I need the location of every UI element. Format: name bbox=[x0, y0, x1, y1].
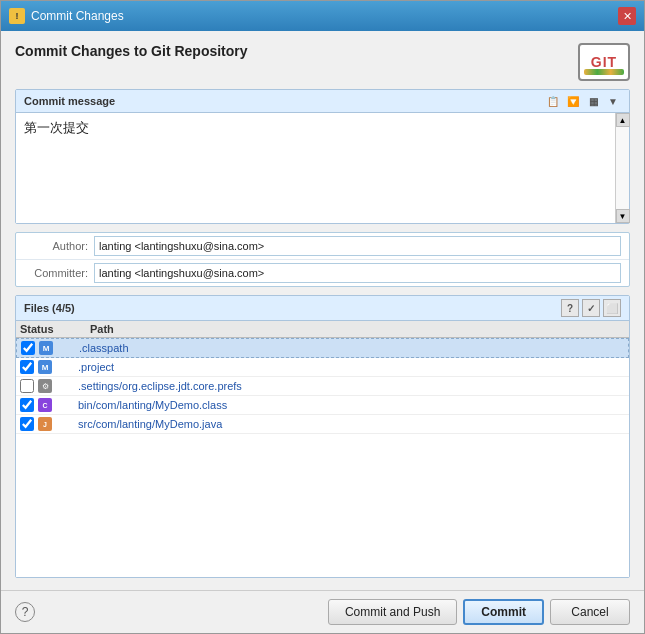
file-checkbox[interactable] bbox=[20, 417, 34, 431]
help-button[interactable]: ? bbox=[15, 602, 35, 622]
author-value: lanting <lantingshuxu@sina.com> bbox=[94, 236, 621, 256]
commit-button[interactable]: Commit bbox=[463, 599, 544, 625]
file-checkbox[interactable] bbox=[20, 379, 34, 393]
scrollbar-track bbox=[616, 127, 629, 209]
scrollbar-down-button[interactable]: ▼ bbox=[616, 209, 630, 223]
commit-message-scrollbar[interactable]: ▲ ▼ bbox=[615, 113, 629, 223]
title-bar-text: Commit Changes bbox=[31, 9, 618, 23]
committer-value: lanting <lantingshuxu@sina.com> bbox=[94, 263, 621, 283]
file-type-icon: C bbox=[38, 398, 52, 412]
files-label: Files (4/5) bbox=[24, 302, 75, 314]
author-label: Author: bbox=[24, 240, 88, 252]
file-status-icon: M bbox=[38, 360, 78, 374]
file-path: .project bbox=[78, 361, 114, 373]
layout-icon[interactable]: ▦ bbox=[585, 93, 601, 109]
table-row[interactable]: Cbin/com/lanting/MyDemo.class bbox=[16, 396, 629, 415]
file-path: .classpath bbox=[79, 342, 129, 354]
git-logo: GIT bbox=[578, 43, 630, 81]
cancel-button[interactable]: Cancel bbox=[550, 599, 630, 625]
button-group: Commit and Push Commit Cancel bbox=[328, 599, 630, 625]
dialog-title: Commit Changes to Git Repository bbox=[15, 43, 248, 59]
header-row: Commit Changes to Git Repository GIT bbox=[15, 43, 630, 81]
files-col-header: Status Path bbox=[16, 321, 629, 338]
bottom-bar: ? Commit and Push Commit Cancel bbox=[1, 590, 644, 633]
files-help-icon[interactable]: ? bbox=[561, 299, 579, 317]
file-type-icon: ⚙ bbox=[38, 379, 52, 393]
file-checkbox[interactable] bbox=[20, 360, 34, 374]
file-type-icon: M bbox=[38, 360, 52, 374]
author-row: Author: lanting <lantingshuxu@sina.com> bbox=[16, 233, 629, 260]
table-row[interactable]: Jsrc/com/lanting/MyDemo.java bbox=[16, 415, 629, 434]
title-bar-icon: ! bbox=[9, 8, 25, 24]
author-section: Author: lanting <lantingshuxu@sina.com> … bbox=[15, 232, 630, 287]
commit-and-push-button[interactable]: Commit and Push bbox=[328, 599, 457, 625]
file-status-icon: C bbox=[38, 398, 78, 412]
file-type-icon: M bbox=[39, 341, 53, 355]
commit-message-body: 第一次提交 ▲ ▼ bbox=[16, 113, 629, 223]
files-header-actions: ? ✓ ⬜ bbox=[561, 299, 621, 317]
committer-label: Committer: bbox=[24, 267, 88, 279]
col-status-header: Status bbox=[20, 323, 90, 335]
commit-message-icons: 📋 🔽 ▦ ▼ bbox=[545, 93, 621, 109]
table-row[interactable]: M.project bbox=[16, 358, 629, 377]
table-row[interactable]: ⚙.settings/org.eclipse.jdt.core.prefs bbox=[16, 377, 629, 396]
col-path-header: Path bbox=[90, 323, 625, 335]
file-path: bin/com/lanting/MyDemo.class bbox=[78, 399, 227, 411]
file-checkbox[interactable] bbox=[20, 398, 34, 412]
files-section: Files (4/5) ? ✓ ⬜ Status Path M.classpat… bbox=[15, 295, 630, 578]
commit-message-header: Commit message 📋 🔽 ▦ ▼ bbox=[16, 90, 629, 113]
file-checkbox[interactable] bbox=[21, 341, 35, 355]
commit-message-panel: Commit message 📋 🔽 ▦ ▼ 第一次提交 ▲ ▼ bbox=[15, 89, 630, 224]
file-status-icon: M bbox=[39, 341, 79, 355]
commit-message-label: Commit message bbox=[24, 95, 115, 107]
file-type-icon: J bbox=[38, 417, 52, 431]
files-check-icon[interactable]: ✓ bbox=[582, 299, 600, 317]
files-uncheck-icon[interactable]: ⬜ bbox=[603, 299, 621, 317]
file-path: src/com/lanting/MyDemo.java bbox=[78, 418, 222, 430]
scrollbar-up-button[interactable]: ▲ bbox=[616, 113, 630, 127]
close-button[interactable]: ✕ bbox=[618, 7, 636, 25]
committer-row: Committer: lanting <lantingshuxu@sina.co… bbox=[16, 260, 629, 286]
commit-message-input[interactable]: 第一次提交 bbox=[16, 113, 615, 223]
file-status-icon: ⚙ bbox=[38, 379, 78, 393]
file-status-icon: J bbox=[38, 417, 78, 431]
format-icon[interactable]: 🔽 bbox=[565, 93, 581, 109]
file-path: .settings/org.eclipse.jdt.core.prefs bbox=[78, 380, 242, 392]
title-bar: ! Commit Changes ✕ bbox=[1, 1, 644, 31]
table-row[interactable]: M.classpath bbox=[16, 338, 629, 358]
files-table: M.classpathM.project⚙.settings/org.eclip… bbox=[16, 338, 629, 577]
spell-check-icon[interactable]: 📋 bbox=[545, 93, 561, 109]
files-header: Files (4/5) ? ✓ ⬜ bbox=[16, 296, 629, 321]
expand-icon[interactable]: ▼ bbox=[605, 93, 621, 109]
